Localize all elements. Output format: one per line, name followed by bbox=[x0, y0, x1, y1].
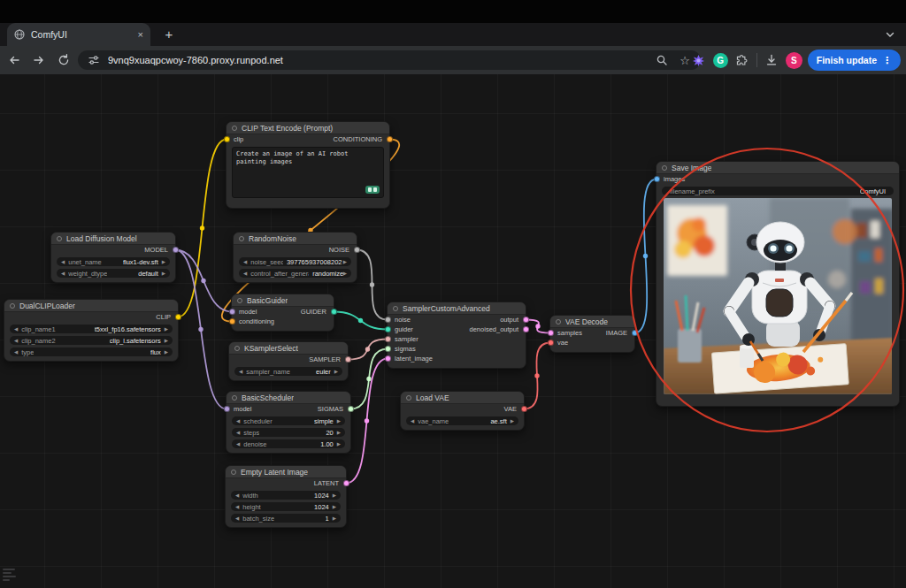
node-collapse-dot[interactable] bbox=[57, 236, 62, 241]
node-save-image[interactable]: Save Imageimagesfilename_prefixComfyUI bbox=[656, 161, 900, 407]
new-tab-button[interactable]: + bbox=[161, 27, 177, 42]
output-slot-LATENT-dot[interactable] bbox=[343, 480, 349, 486]
widget-decrement-icon[interactable]: ◀ bbox=[236, 430, 240, 435]
node-ksampler-select[interactable]: KSamplerSelectSAMPLER◀sampler_nameeuler▶ bbox=[228, 341, 349, 381]
node-collapse-dot[interactable] bbox=[232, 126, 237, 131]
widget-value[interactable]: t5xxl_fp16.safetensors bbox=[95, 325, 165, 333]
site-settings-icon[interactable] bbox=[87, 53, 101, 67]
node-empty-latent[interactable]: Empty Latent ImageLATENT◀width1024▶◀heig… bbox=[225, 465, 347, 528]
input-slot-sigmas-dot[interactable] bbox=[385, 346, 391, 352]
forward-button[interactable] bbox=[28, 50, 50, 71]
widget-increment-icon[interactable]: ▶ bbox=[162, 259, 165, 264]
finish-update-button[interactable]: Finish update ⋮ bbox=[808, 50, 901, 71]
output-slot-SAMPLER-dot[interactable] bbox=[345, 356, 351, 363]
output-slot-VAE-dot[interactable] bbox=[521, 406, 527, 412]
output-slot-GUIDER-dot[interactable] bbox=[331, 309, 337, 315]
widget-increment-icon[interactable]: ▶ bbox=[333, 515, 336, 521]
widget-increment-icon[interactable]: ▶ bbox=[343, 271, 347, 276]
node-collapse-dot[interactable] bbox=[237, 298, 242, 303]
output-slot-IMAGE-dot[interactable] bbox=[632, 330, 638, 336]
downloads-icon[interactable] bbox=[763, 51, 780, 69]
widget-decrement-icon[interactable]: ◀ bbox=[14, 349, 18, 355]
widget-denoise[interactable]: ◀denoise1.00▶ bbox=[232, 439, 345, 448]
widget-value[interactable]: 397765937008202 bbox=[287, 258, 343, 266]
textarea-translate-badge-icon[interactable] bbox=[365, 186, 380, 194]
widget-value[interactable]: flux bbox=[150, 348, 165, 356]
widget-decrement-icon[interactable]: ◀ bbox=[411, 418, 414, 424]
widget-noise_seed[interactable]: ◀noise_seed397765937008202▶ bbox=[239, 257, 351, 266]
widget-width[interactable]: ◀width1024▶ bbox=[231, 491, 341, 500]
extensions-puzzle-icon[interactable] bbox=[733, 51, 751, 69]
input-slot-guider-dot[interactable] bbox=[385, 326, 391, 332]
widget-value[interactable]: simple bbox=[314, 417, 337, 425]
widget-increment-icon[interactable]: ▶ bbox=[343, 259, 347, 264]
url-text[interactable]: 9vnq9xuaqpcwoy-7860.proxy.runpod.net bbox=[108, 55, 655, 65]
input-slot-vae-dot[interactable] bbox=[548, 340, 554, 346]
input-slot-latent_image-dot[interactable] bbox=[385, 355, 391, 362]
comfyui-graph-canvas[interactable]: CLIP Text Encode (Prompt)clipCONDITIONIN… bbox=[0, 74, 906, 588]
node-collapse-dot[interactable] bbox=[10, 303, 15, 309]
search-icon[interactable] bbox=[655, 53, 669, 67]
input-slot-model-dot[interactable] bbox=[229, 309, 235, 315]
widget-value[interactable]: randomize bbox=[312, 270, 343, 278]
reload-button[interactable] bbox=[53, 50, 74, 71]
widget-increment-icon[interactable]: ▶ bbox=[334, 369, 338, 374]
output-slot-MODEL-dot[interactable] bbox=[173, 247, 179, 253]
widget-increment-icon[interactable]: ▶ bbox=[337, 441, 341, 447]
input-slot-sampler-dot[interactable] bbox=[385, 336, 391, 342]
widget-value[interactable]: 1024 bbox=[314, 492, 333, 500]
input-slot-noise-dot[interactable] bbox=[385, 317, 391, 323]
node-random-noise[interactable]: RandomNoiseNOISE◀noise_seed3977659370082… bbox=[233, 232, 357, 283]
input-slot-images-dot[interactable] bbox=[654, 176, 660, 182]
widget-unet_name[interactable]: ◀unet_nameflux1-dev.sft▶ bbox=[57, 257, 170, 266]
widget-decrement-icon[interactable]: ◀ bbox=[61, 259, 65, 264]
widget-decrement-icon[interactable]: ◀ bbox=[236, 418, 240, 424]
input-slot-model-dot[interactable] bbox=[224, 406, 230, 412]
widget-value[interactable]: ComfyUI bbox=[860, 187, 889, 195]
grammarly-icon[interactable]: G bbox=[713, 53, 728, 68]
widget-value[interactable]: clip_l.safetensors bbox=[110, 337, 165, 345]
widget-vae_name[interactable]: ◀vae_nameae.sft▶ bbox=[406, 416, 518, 425]
browser-menu-dots-icon[interactable]: ⋮ bbox=[882, 56, 892, 65]
widget-scheduler[interactable]: ◀schedulersimple▶ bbox=[232, 416, 345, 425]
tab-list-chevron-icon[interactable] bbox=[883, 27, 897, 42]
widget-filename_prefix[interactable]: filename_prefixComfyUI bbox=[662, 187, 894, 195]
widget-value[interactable]: flux1-dev.sft bbox=[123, 258, 162, 266]
widget-increment-icon[interactable]: ▶ bbox=[333, 504, 336, 509]
widget-value[interactable]: 1.00 bbox=[320, 440, 337, 448]
node-load-vae[interactable]: Load VAEVAE◀vae_nameae.sft▶ bbox=[400, 391, 525, 431]
output-slot-denoised_output-dot[interactable] bbox=[523, 326, 529, 332]
node-collapse-dot[interactable] bbox=[556, 319, 561, 325]
widget-decrement-icon[interactable]: ◀ bbox=[14, 338, 18, 343]
widget-increment-icon[interactable]: ▶ bbox=[162, 271, 165, 276]
widget-increment-icon[interactable]: ▶ bbox=[165, 326, 168, 332]
profile-avatar[interactable]: S bbox=[786, 52, 802, 69]
node-collapse-dot[interactable] bbox=[406, 395, 411, 401]
input-slot-clip-dot[interactable] bbox=[224, 136, 230, 142]
prompt-textarea[interactable]: Create an image of an AI robot painting … bbox=[232, 147, 384, 198]
widget-decrement-icon[interactable]: ◀ bbox=[61, 271, 65, 276]
node-collapse-dot[interactable] bbox=[232, 395, 237, 401]
widget-value[interactable]: 20 bbox=[326, 429, 336, 437]
widget-decrement-icon[interactable]: ◀ bbox=[235, 504, 239, 509]
widget-control_after_generate[interactable]: ◀control_after_generaterandomize▶ bbox=[239, 269, 351, 278]
node-collapse-dot[interactable] bbox=[231, 470, 236, 475]
widget-decrement-icon[interactable]: ◀ bbox=[239, 369, 242, 374]
widget-decrement-icon[interactable]: ◀ bbox=[243, 271, 247, 276]
output-slot-SIGMAS-dot[interactable] bbox=[348, 406, 354, 412]
node-basic-guider[interactable]: BasicGuidermodelGUIDERconditioning bbox=[231, 294, 334, 332]
input-slot-samples-dot[interactable] bbox=[548, 330, 554, 336]
widget-value[interactable]: 1 bbox=[326, 515, 333, 523]
widget-value[interactable]: ae.sft bbox=[490, 417, 510, 425]
widget-weight_dtype[interactable]: ◀weight_dtypedefault▶ bbox=[57, 269, 170, 278]
widget-value[interactable]: 1024 bbox=[314, 503, 333, 511]
node-vae-decode[interactable]: VAE DecodesamplesIMAGEvae bbox=[549, 315, 635, 353]
node-collapse-dot[interactable] bbox=[239, 236, 244, 241]
widget-clip_name2[interactable]: ◀clip_name2clip_l.safetensors▶ bbox=[10, 336, 173, 345]
node-collapse-dot[interactable] bbox=[662, 165, 667, 171]
node-dual-clip-loader[interactable]: DualCLIPLoaderCLIP◀clip_name1t5xxl_fp16.… bbox=[4, 299, 179, 362]
widget-steps[interactable]: ◀steps20▶ bbox=[232, 428, 345, 437]
input-slot-conditioning-dot[interactable] bbox=[229, 318, 235, 325]
widget-decrement-icon[interactable]: ◀ bbox=[235, 515, 239, 521]
widget-clip_name1[interactable]: ◀clip_name1t5xxl_fp16.safetensors▶ bbox=[10, 325, 173, 333]
